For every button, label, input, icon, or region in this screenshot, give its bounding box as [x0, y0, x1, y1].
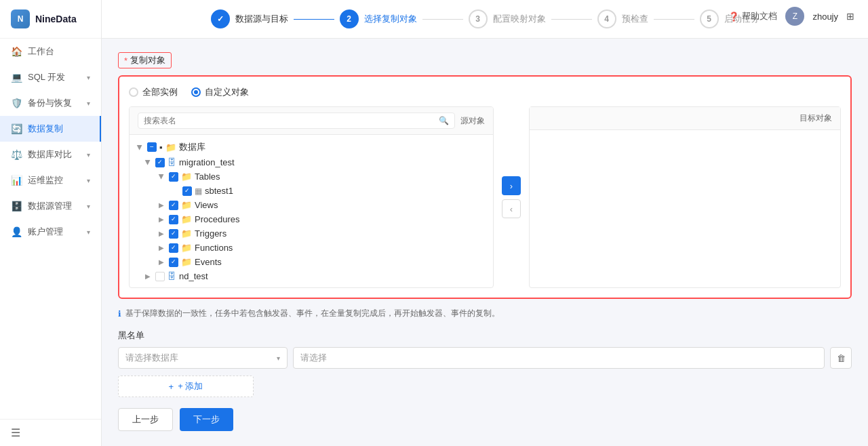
tree-arrow-root[interactable]: ▶ [136, 142, 144, 152]
source-panel-header: 🔍 源对象 [130, 107, 493, 135]
next-button[interactable]: 下一步 [180, 408, 233, 431]
tree-node-tables[interactable]: ▶ 📁 Tables [130, 169, 493, 184]
sidebar-item-ops[interactable]: 📊 运维监控 ▾ [0, 167, 101, 193]
tree-node-events[interactable]: ▶ 📁 Events [130, 255, 493, 269]
user-name: zhoujy [812, 12, 838, 22]
tree-node-sbtest1[interactable]: ▶ ▦ sbtest1 [130, 184, 493, 198]
tree-checkbox-procedures[interactable] [169, 215, 178, 224]
ops-icon: 📊 [11, 175, 22, 186]
sidebar-item-label: 工作台 [28, 45, 54, 58]
tree-node-functions[interactable]: ▶ 📁 Functions [130, 241, 493, 255]
tree-label-sbtest1: sbtest1 [205, 186, 233, 196]
tree-node-triggers[interactable]: ▶ 📁 Triggers [130, 226, 493, 241]
replication-icon: 🔄 [11, 123, 22, 134]
sidebar-item-sql-dev[interactable]: 💻 SQL 开发 ▾ [0, 64, 101, 90]
tree-checkbox-tables[interactable] [169, 172, 178, 182]
step-circle-2: 2 [340, 9, 359, 28]
search-box[interactable]: 🔍 [138, 113, 455, 129]
chevron-icon: ▾ [87, 177, 90, 184]
tree-label-triggers: Triggers [195, 228, 226, 239]
sidebar: N NineData 🏠 工作台 💻 SQL 开发 ▾ 🛡️ 备份与恢复 ▾ 🔄… [0, 0, 102, 446]
tree-node-procedures[interactable]: ▶ 📁 Procedures [130, 212, 493, 226]
tree-label-ndtest: nd_test [179, 271, 208, 281]
folder-icon-procedures: 📁 [181, 214, 192, 224]
tree-root[interactable]: ▶ ▪ 📁 数据库 [130, 139, 493, 155]
tree-checkbox-migration[interactable] [155, 158, 165, 167]
footer-buttons: 上一步 下一步 [118, 408, 852, 431]
required-star: * [124, 56, 127, 66]
menu-collapse-icon[interactable]: ☰ [11, 427, 20, 439]
grid-icon[interactable]: ⊞ [846, 11, 854, 22]
sidebar-item-db-compare[interactable]: ⚖️ 数据库对比 ▾ [0, 142, 101, 167]
tree-arrow-migration[interactable]: ▶ [144, 158, 152, 167]
info-icon: ℹ [118, 308, 121, 320]
select-table[interactable]: 请选择 [293, 347, 825, 369]
help-doc-link[interactable]: ❓ 帮助文档 [728, 10, 777, 22]
chevron-icon: ▾ [87, 151, 90, 159]
chevron-down-icon: ▾ [277, 354, 280, 362]
step-connector-2 [422, 19, 463, 20]
sidebar-item-label: 数据库对比 [28, 148, 72, 161]
tree-label-views: Views [195, 200, 218, 210]
sidebar-item-data-replication[interactable]: 🔄 数据复制 [0, 116, 101, 142]
folder-icon-events: 📁 [181, 257, 192, 267]
tree-arrow-views[interactable]: ▶ [157, 201, 166, 209]
help-icon: ❓ [728, 12, 739, 22]
tree-checkbox-ndtest[interactable] [155, 272, 165, 281]
tree-checkbox-views[interactable] [169, 201, 178, 210]
tree-arrow-triggers[interactable]: ▶ [157, 230, 166, 237]
select-db[interactable]: 请选择数据库 ▾ [118, 347, 288, 369]
sidebar-item-backup[interactable]: 🛡️ 备份与恢复 ▾ [0, 90, 101, 116]
prev-button[interactable]: 上一步 [118, 408, 173, 431]
step-label-4: 预检查 [622, 13, 648, 25]
tree-arrow-procedures[interactable]: ▶ [157, 216, 166, 223]
step-label-1: 数据源与目标 [235, 13, 288, 25]
logo-icon: N [11, 9, 30, 28]
source-target-container: 🔍 源对象 ▶ ▪ 📁 数据库 [129, 106, 841, 288]
tree-checkbox-root[interactable] [147, 142, 157, 152]
trash-icon: 🗑 [837, 353, 846, 363]
tree-node-views[interactable]: ▶ 📁 Views [130, 198, 493, 212]
chevron-icon: ▾ [87, 74, 90, 81]
db-group-icon: ▪ [159, 142, 163, 153]
tree-label-procedures: Procedures [195, 214, 239, 224]
transfer-right-button[interactable]: › [502, 176, 521, 195]
chevron-icon: ▾ [87, 203, 90, 210]
sidebar-item-workbench[interactable]: 🏠 工作台 [0, 39, 101, 64]
tree-checkbox-sbtest1[interactable] [182, 186, 192, 196]
tree-checkbox-functions[interactable] [169, 243, 178, 253]
tree-arrow-tables[interactable]: ▶ [158, 172, 165, 182]
chevron-icon: ▾ [87, 100, 90, 107]
tree-node-migration-test[interactable]: ▶ 🗄 migration_test [130, 155, 493, 169]
sidebar-item-account[interactable]: 👤 账户管理 ▾ [0, 219, 101, 245]
tree-label-root: 数据库 [179, 141, 205, 153]
arrow-left-icon: ‹ [510, 204, 513, 214]
tree-node-nd-test[interactable]: ▶ 🗄 nd_test [130, 269, 493, 283]
tree-arrow-ndtest[interactable]: ▶ [143, 272, 153, 280]
search-input[interactable] [144, 116, 439, 125]
blacklist-label: 黑名单 [118, 329, 852, 342]
radio-all[interactable]: 全部实例 [129, 86, 178, 98]
tree-checkbox-events[interactable] [169, 258, 178, 267]
tree-arrow-functions[interactable]: ▶ [157, 244, 166, 251]
compare-icon: ⚖️ [11, 149, 22, 160]
sidebar-item-datasource[interactable]: 🗄️ 数据源管理 ▾ [0, 193, 101, 219]
logo-text: NineData [35, 14, 77, 24]
radio-custom[interactable]: 自定义对象 [191, 86, 249, 98]
sidebar-item-label: 数据复制 [28, 123, 63, 135]
workbench-icon: 🏠 [11, 46, 22, 57]
folder-icon-tables: 📁 [181, 171, 192, 182]
add-button[interactable]: + + 添加 [118, 376, 254, 397]
delete-row-button[interactable]: 🗑 [830, 347, 852, 369]
sidebar-item-label: 账户管理 [28, 226, 63, 238]
transfer-buttons: › ‹ [499, 106, 524, 288]
logo: N NineData [0, 0, 101, 39]
step-2: 2 选择复制对象 [340, 9, 417, 28]
transfer-left-button[interactable]: ‹ [502, 199, 521, 218]
tree-checkbox-triggers[interactable] [169, 229, 178, 239]
tree-label-migration: migration_test [179, 157, 235, 167]
tree-arrow-events[interactable]: ▶ [157, 258, 166, 266]
sidebar-item-label: 数据源管理 [28, 200, 72, 212]
folder-icon-views: 📁 [181, 200, 192, 210]
db-icon-migration: 🗄 [167, 157, 176, 167]
